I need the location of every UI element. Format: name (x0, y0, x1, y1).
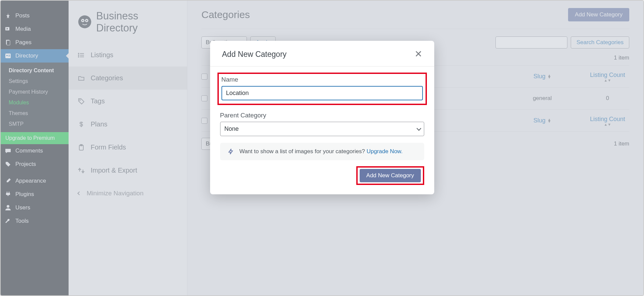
name-field-group: Name (217, 73, 427, 105)
parent-category-select[interactable]: None (220, 122, 424, 136)
upgrade-promo: Want to show a list of images for your c… (220, 143, 424, 160)
category-name-input[interactable] (221, 86, 423, 100)
add-category-modal: Add New Category ✕ Name Parent Category … (210, 41, 434, 194)
lightning-icon (227, 148, 234, 155)
submit-add-category-button[interactable]: Add New Category (360, 169, 421, 182)
chevron-down-icon (417, 126, 421, 130)
modal-overlay[interactable]: Add New Category ✕ Name Parent Category … (1, 1, 643, 295)
modal-footer: Add New Category (220, 166, 424, 185)
modal-header: Add New Category ✕ (210, 41, 434, 67)
name-label: Name (221, 76, 423, 83)
upgrade-now-link[interactable]: Upgrade Now. (367, 148, 403, 155)
parent-field-group: Parent Category None (220, 112, 424, 136)
promo-text: Want to show a list of images for your c… (240, 148, 403, 155)
close-icon: ✕ (415, 49, 422, 59)
modal-title: Add New Category (222, 50, 287, 59)
modal-body: Name Parent Category None Want to show a… (210, 67, 434, 194)
parent-select-value: None (224, 125, 239, 132)
parent-label: Parent Category (220, 112, 424, 119)
modal-close-button[interactable]: ✕ (415, 50, 422, 59)
